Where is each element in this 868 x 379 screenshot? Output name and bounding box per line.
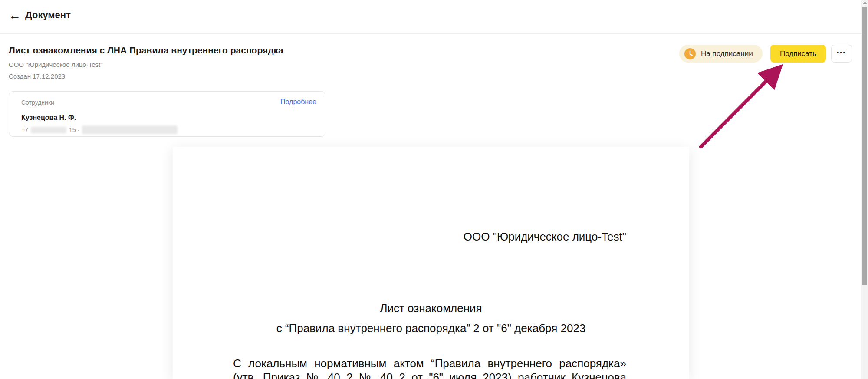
annotation-arrow [686,56,799,161]
details-link[interactable]: Подробнее [280,98,316,106]
preview-body-line-2: (утв. Приказ № 40_2 № 40_2 от "6" июля 2… [233,370,626,379]
document-organization: ООО "Юридическое лицо-Test" [9,61,102,68]
phone-visible-part: 15 · [69,126,79,133]
status-badge: На подписании [679,45,763,63]
preview-org-line: ООО "Юридическое лицо-Test" [464,230,626,244]
status-badge-label: На подписании [701,49,753,58]
scrollbar[interactable] [861,0,868,379]
document-preview: ООО "Юридическое лицо-Test" Лист ознаком… [173,147,689,379]
phone-redacted-block [82,125,178,134]
phone-prefix: +7 [21,126,28,133]
employee-name: Кузнецова Н. Ф. [21,114,76,122]
document-page: ← Документ Лист ознакомления с ЛНА Прави… [0,0,868,379]
page-title: Документ [25,10,71,21]
document-title: Лист ознакомления с ЛНА Правила внутренн… [9,45,283,56]
preview-heading-2: с “Правила внутреннего распорядка” 2 от … [173,322,689,335]
scrollbar-thumb[interactable] [862,7,867,285]
back-arrow-icon: ← [9,9,21,23]
clock-icon [684,48,696,59]
preview-body-line-1: С локальным нормативным актом “Правила в… [233,356,626,370]
top-bar: ← Документ [0,0,861,34]
back-button[interactable]: ← [6,7,23,24]
document-created-date: Создан 17.12.2023 [9,73,65,80]
phone-redacted-block [31,127,66,133]
employees-card: Сотрудники Подробнее Кузнецова Н. Ф. +7 … [9,91,326,137]
sign-button[interactable]: Подписать [770,45,826,63]
employee-phone: +7 15 · [21,125,178,134]
ellipsis-icon: ••• [837,49,846,58]
more-button[interactable]: ••• [831,45,852,63]
preview-heading-1: Лист ознакомления [173,302,689,315]
preview-body: С локальным нормативным актом “Правила в… [233,356,626,379]
employees-label: Сотрудники [21,99,54,106]
scrollbar-up-arrow-icon[interactable] [863,1,867,4]
